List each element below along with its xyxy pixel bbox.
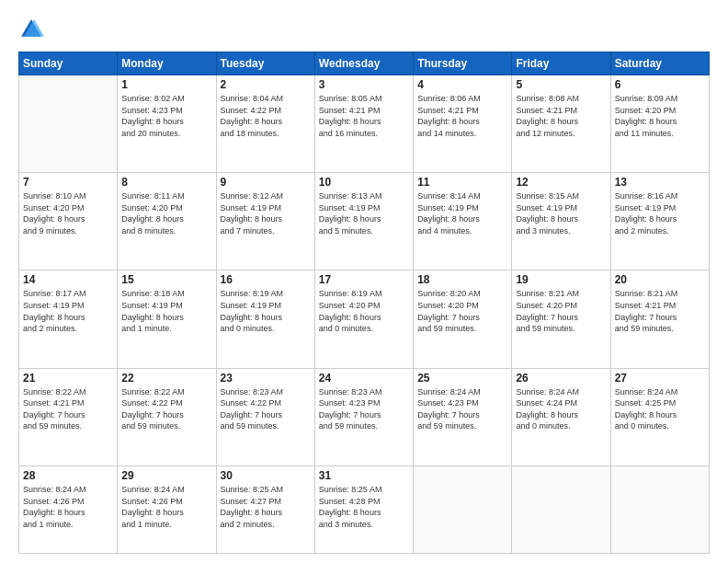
- day-number: 14: [23, 273, 113, 286]
- day-number: 2: [221, 78, 311, 91]
- logo: [18, 17, 48, 42]
- day-info: Sunrise: 8:18 AM Sunset: 4:19 PM Dayligh…: [121, 288, 211, 334]
- day-number: 28: [23, 469, 113, 482]
- day-info: Sunrise: 8:09 AM Sunset: 4:20 PM Dayligh…: [615, 93, 705, 139]
- day-number: 1: [121, 78, 211, 91]
- day-info: Sunrise: 8:11 AM Sunset: 4:20 PM Dayligh…: [121, 190, 211, 236]
- day-info: Sunrise: 8:06 AM Sunset: 4:21 PM Dayligh…: [417, 93, 507, 139]
- day-info: Sunrise: 8:23 AM Sunset: 4:22 PM Dayligh…: [221, 386, 311, 432]
- day-info: Sunrise: 8:04 AM Sunset: 4:22 PM Dayligh…: [221, 93, 311, 139]
- calendar-header-monday: Monday: [118, 52, 216, 75]
- day-number: 12: [516, 176, 606, 189]
- calendar-cell: 3Sunrise: 8:05 AM Sunset: 4:21 PM Daylig…: [314, 75, 413, 173]
- header: [18, 17, 710, 42]
- calendar-cell: 8Sunrise: 8:11 AM Sunset: 4:20 PM Daylig…: [118, 173, 216, 270]
- calendar-header-saturday: Saturday: [610, 52, 709, 75]
- day-number: 23: [221, 372, 311, 385]
- day-info: Sunrise: 8:12 AM Sunset: 4:19 PM Dayligh…: [221, 190, 311, 236]
- day-info: Sunrise: 8:08 AM Sunset: 4:21 PM Dayligh…: [516, 93, 606, 139]
- day-info: Sunrise: 8:19 AM Sunset: 4:20 PM Dayligh…: [319, 288, 409, 334]
- calendar-header-friday: Friday: [512, 52, 610, 75]
- calendar-cell: [19, 75, 118, 173]
- day-info: Sunrise: 8:14 AM Sunset: 4:19 PM Dayligh…: [417, 190, 507, 236]
- calendar-week-row: 21Sunrise: 8:22 AM Sunset: 4:21 PM Dayli…: [19, 368, 710, 465]
- day-number: 13: [615, 176, 705, 189]
- calendar-cell: 29Sunrise: 8:24 AM Sunset: 4:26 PM Dayli…: [118, 465, 216, 553]
- day-info: Sunrise: 8:25 AM Sunset: 4:28 PM Dayligh…: [319, 484, 409, 530]
- calendar-cell: 5Sunrise: 8:08 AM Sunset: 4:21 PM Daylig…: [512, 75, 610, 173]
- calendar-week-row: 1Sunrise: 8:02 AM Sunset: 4:23 PM Daylig…: [19, 75, 710, 173]
- day-number: 24: [319, 372, 409, 385]
- day-number: 15: [121, 273, 211, 286]
- calendar-cell: 27Sunrise: 8:24 AM Sunset: 4:25 PM Dayli…: [610, 368, 709, 465]
- calendar-cell: 19Sunrise: 8:21 AM Sunset: 4:20 PM Dayli…: [512, 270, 610, 368]
- calendar-cell: [414, 465, 512, 553]
- calendar-cell: 17Sunrise: 8:19 AM Sunset: 4:20 PM Dayli…: [314, 270, 413, 368]
- calendar-week-row: 28Sunrise: 8:24 AM Sunset: 4:26 PM Dayli…: [19, 465, 710, 553]
- day-number: 4: [417, 78, 507, 91]
- page: SundayMondayTuesdayWednesdayThursdayFrid…: [0, 0, 728, 563]
- calendar-cell: 6Sunrise: 8:09 AM Sunset: 4:20 PM Daylig…: [610, 75, 709, 173]
- calendar-cell: 9Sunrise: 8:12 AM Sunset: 4:19 PM Daylig…: [216, 173, 314, 270]
- calendar-cell: [610, 465, 709, 553]
- calendar-cell: 1Sunrise: 8:02 AM Sunset: 4:23 PM Daylig…: [118, 75, 216, 173]
- calendar-cell: 26Sunrise: 8:24 AM Sunset: 4:24 PM Dayli…: [512, 368, 610, 465]
- day-info: Sunrise: 8:13 AM Sunset: 4:19 PM Dayligh…: [319, 190, 409, 236]
- calendar-week-row: 7Sunrise: 8:10 AM Sunset: 4:20 PM Daylig…: [19, 173, 710, 270]
- calendar-cell: 11Sunrise: 8:14 AM Sunset: 4:19 PM Dayli…: [414, 173, 512, 270]
- calendar-cell: [512, 465, 610, 553]
- calendar-cell: 7Sunrise: 8:10 AM Sunset: 4:20 PM Daylig…: [19, 173, 118, 270]
- calendar-week-row: 14Sunrise: 8:17 AM Sunset: 4:19 PM Dayli…: [19, 270, 710, 368]
- day-info: Sunrise: 8:24 AM Sunset: 4:23 PM Dayligh…: [417, 386, 507, 432]
- calendar-cell: 18Sunrise: 8:20 AM Sunset: 4:20 PM Dayli…: [414, 270, 512, 368]
- logo-icon: [18, 17, 44, 42]
- calendar-cell: 21Sunrise: 8:22 AM Sunset: 4:21 PM Dayli…: [19, 368, 118, 465]
- day-number: 7: [23, 176, 113, 189]
- day-info: Sunrise: 8:22 AM Sunset: 4:22 PM Dayligh…: [121, 386, 211, 432]
- calendar-cell: 22Sunrise: 8:22 AM Sunset: 4:22 PM Dayli…: [118, 368, 216, 465]
- calendar-cell: 10Sunrise: 8:13 AM Sunset: 4:19 PM Dayli…: [314, 173, 413, 270]
- day-number: 16: [221, 273, 311, 286]
- day-info: Sunrise: 8:20 AM Sunset: 4:20 PM Dayligh…: [417, 288, 507, 334]
- calendar-cell: 13Sunrise: 8:16 AM Sunset: 4:19 PM Dayli…: [610, 173, 709, 270]
- day-number: 31: [319, 469, 409, 482]
- day-number: 30: [221, 469, 311, 482]
- day-info: Sunrise: 8:24 AM Sunset: 4:26 PM Dayligh…: [121, 484, 211, 530]
- day-number: 27: [615, 372, 705, 385]
- day-number: 6: [615, 78, 705, 91]
- calendar-header-tuesday: Tuesday: [216, 52, 314, 75]
- day-info: Sunrise: 8:15 AM Sunset: 4:19 PM Dayligh…: [516, 190, 606, 236]
- day-number: 11: [417, 176, 507, 189]
- calendar-header-thursday: Thursday: [414, 52, 512, 75]
- day-number: 5: [516, 78, 606, 91]
- day-number: 8: [121, 176, 211, 189]
- day-number: 25: [417, 372, 507, 385]
- calendar-cell: 25Sunrise: 8:24 AM Sunset: 4:23 PM Dayli…: [414, 368, 512, 465]
- calendar-cell: 4Sunrise: 8:06 AM Sunset: 4:21 PM Daylig…: [414, 75, 512, 173]
- calendar-cell: 14Sunrise: 8:17 AM Sunset: 4:19 PM Dayli…: [19, 270, 118, 368]
- day-number: 22: [121, 372, 211, 385]
- calendar-table: SundayMondayTuesdayWednesdayThursdayFrid…: [18, 52, 710, 554]
- day-info: Sunrise: 8:21 AM Sunset: 4:21 PM Dayligh…: [615, 288, 705, 334]
- day-info: Sunrise: 8:22 AM Sunset: 4:21 PM Dayligh…: [23, 386, 113, 432]
- calendar-cell: 23Sunrise: 8:23 AM Sunset: 4:22 PM Dayli…: [216, 368, 314, 465]
- day-info: Sunrise: 8:16 AM Sunset: 4:19 PM Dayligh…: [615, 190, 705, 236]
- calendar-cell: 12Sunrise: 8:15 AM Sunset: 4:19 PM Dayli…: [512, 173, 610, 270]
- day-info: Sunrise: 8:05 AM Sunset: 4:21 PM Dayligh…: [319, 93, 409, 139]
- day-number: 26: [516, 372, 606, 385]
- calendar-header-row: SundayMondayTuesdayWednesdayThursdayFrid…: [19, 52, 710, 75]
- day-info: Sunrise: 8:10 AM Sunset: 4:20 PM Dayligh…: [23, 190, 113, 236]
- calendar-cell: 30Sunrise: 8:25 AM Sunset: 4:27 PM Dayli…: [216, 465, 314, 553]
- day-info: Sunrise: 8:24 AM Sunset: 4:26 PM Dayligh…: [23, 484, 113, 530]
- calendar-cell: 15Sunrise: 8:18 AM Sunset: 4:19 PM Dayli…: [118, 270, 216, 368]
- day-number: 9: [221, 176, 311, 189]
- day-number: 3: [319, 78, 409, 91]
- day-info: Sunrise: 8:23 AM Sunset: 4:23 PM Dayligh…: [319, 386, 409, 432]
- calendar-cell: 24Sunrise: 8:23 AM Sunset: 4:23 PM Dayli…: [314, 368, 413, 465]
- day-info: Sunrise: 8:24 AM Sunset: 4:25 PM Dayligh…: [615, 386, 705, 432]
- day-number: 20: [615, 273, 705, 286]
- calendar-header-wednesday: Wednesday: [314, 52, 413, 75]
- calendar-header-sunday: Sunday: [19, 52, 118, 75]
- day-info: Sunrise: 8:25 AM Sunset: 4:27 PM Dayligh…: [221, 484, 311, 530]
- calendar-cell: 28Sunrise: 8:24 AM Sunset: 4:26 PM Dayli…: [19, 465, 118, 553]
